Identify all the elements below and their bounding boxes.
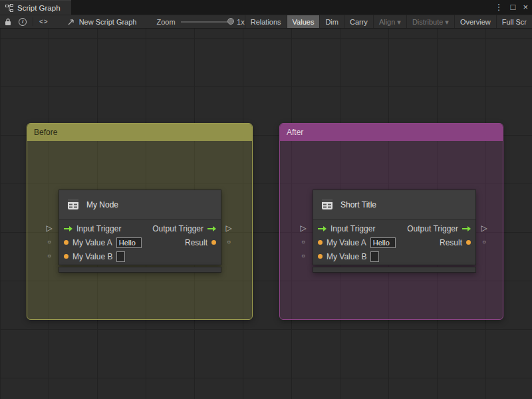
value-a-field[interactable]	[116, 237, 142, 248]
info-icon[interactable]: i	[19, 15, 27, 28]
value-dot-icon[interactable]	[64, 240, 68, 245]
value-a-port[interactable]: ○	[299, 238, 307, 246]
flow-input-port[interactable]: ▷	[45, 224, 53, 232]
port-row: My Value A Result	[59, 235, 221, 249]
graph-canvas[interactable]: Before After	[0, 29, 532, 399]
flow-arrow-icon[interactable]	[64, 225, 72, 232]
chevron-down-icon: ▾	[397, 15, 401, 29]
tab-script-graph[interactable]: Script Graph	[0, 0, 71, 15]
fullscreen-button[interactable]: Full Scr	[496, 15, 532, 29]
port-row: My Value B	[59, 249, 221, 263]
value-b-port[interactable]: ○	[45, 252, 53, 260]
zoom-slider-handle[interactable]	[227, 18, 234, 25]
port-row: Input Trigger Output Trigger	[313, 221, 475, 235]
node-main: Short Title Input Trigger Output Trigger	[313, 190, 476, 265]
port-label: Output Trigger	[152, 224, 203, 233]
unit-icon	[66, 197, 80, 213]
zoom-value: 1x	[237, 18, 245, 26]
node-footer	[313, 267, 476, 273]
node-main: My Node Input Trigger Output Trigger	[59, 190, 221, 265]
align-dropdown[interactable]: Align ▾	[373, 15, 406, 29]
port-row: My Value B	[313, 249, 475, 263]
value-dot-icon[interactable]	[318, 240, 323, 245]
node-body: Input Trigger Output Trigger My Value A …	[313, 220, 475, 265]
value-dot-icon[interactable]	[318, 254, 323, 259]
value-a-field[interactable]	[370, 237, 396, 248]
maximize-icon[interactable]: □	[511, 0, 516, 15]
result-port[interactable]: ○	[480, 238, 488, 246]
node-header[interactable]: Short Title	[313, 190, 475, 220]
flow-input-port[interactable]: ▷	[299, 224, 307, 232]
graph-toolbar: i <> New Script Graph Zoom 1x Relations …	[0, 15, 532, 29]
zoom-label: Zoom	[156, 18, 175, 26]
unit-icon	[320, 197, 334, 213]
graph-breadcrumb[interactable]: New Script Graph	[67, 15, 137, 28]
port-row: Input Trigger Output Trigger	[59, 221, 221, 235]
toolbar-divider	[33, 17, 33, 26]
flow-arrow-icon[interactable]	[318, 225, 327, 232]
node-header[interactable]: My Node	[59, 190, 221, 220]
zoom-slider[interactable]	[181, 15, 233, 28]
value-b-port[interactable]: ○	[299, 252, 307, 260]
node-short-title: Short Title Input Trigger Output Trigger	[313, 190, 476, 273]
value-dot-icon[interactable]	[211, 240, 216, 245]
chevron-down-icon: ▾	[445, 15, 449, 29]
result-port[interactable]: ○	[225, 238, 233, 246]
group-header[interactable]: After	[280, 124, 503, 141]
value-b-field[interactable]	[116, 251, 125, 262]
node-my-node: My Node Input Trigger Output Trigger	[59, 190, 221, 273]
node-title: My Node	[86, 200, 118, 209]
overview-button[interactable]: Overview	[454, 15, 496, 29]
flow-arrow-icon[interactable]	[207, 225, 216, 232]
node-title: Short Title	[340, 200, 376, 209]
carry-button[interactable]: Carry	[344, 15, 373, 29]
graph-breadcrumb-label: New Script Graph	[79, 18, 137, 26]
flow-output-port[interactable]: ▷	[480, 224, 488, 232]
edit-source-icon[interactable]: <>	[39, 15, 49, 28]
port-label: Output Trigger	[407, 224, 458, 233]
value-dot-icon[interactable]	[466, 240, 471, 245]
flow-arrow-icon[interactable]	[462, 225, 471, 232]
toolbar-buttons: Relations Values Dim Carry Align ▾ Distr…	[245, 15, 532, 29]
port-label: Result	[440, 238, 462, 247]
port-row: My Value A Result	[313, 235, 475, 249]
zoom-slider-track[interactable]	[181, 21, 233, 23]
script-graph-icon	[5, 1, 13, 14]
group-title: After	[287, 128, 303, 137]
node-footer	[59, 267, 221, 273]
window-controls: ⋮ □ ×	[495, 0, 528, 15]
distribute-dropdown[interactable]: Distribute ▾	[406, 15, 454, 29]
close-icon[interactable]: ×	[523, 0, 528, 15]
lock-icon[interactable]	[5, 15, 11, 28]
port-label: My Value A	[72, 238, 112, 247]
window-menu-icon[interactable]: ⋮	[495, 0, 503, 15]
window-tab-bar: Script Graph ⋮ □ ×	[0, 0, 532, 15]
flow-output-port[interactable]: ▷	[225, 224, 233, 232]
port-label: Result	[185, 238, 207, 247]
port-label: Input Trigger	[76, 224, 121, 233]
tab-title: Script Graph	[17, 4, 61, 12]
dim-button[interactable]: Dim	[319, 15, 344, 29]
value-b-field[interactable]	[370, 251, 379, 262]
relations-button[interactable]: Relations	[245, 15, 287, 29]
port-label: My Value B	[72, 252, 112, 261]
graph-asset-icon	[67, 15, 75, 28]
group-title: Before	[34, 128, 57, 137]
value-a-port[interactable]: ○	[45, 238, 53, 246]
node-body: Input Trigger Output Trigger My Value A …	[59, 220, 221, 265]
port-label: My Value B	[327, 252, 366, 261]
group-header[interactable]: Before	[27, 124, 252, 141]
port-label: Input Trigger	[331, 224, 375, 233]
values-button[interactable]: Values	[287, 15, 320, 29]
port-label: My Value A	[327, 238, 366, 247]
value-dot-icon[interactable]	[64, 254, 68, 259]
